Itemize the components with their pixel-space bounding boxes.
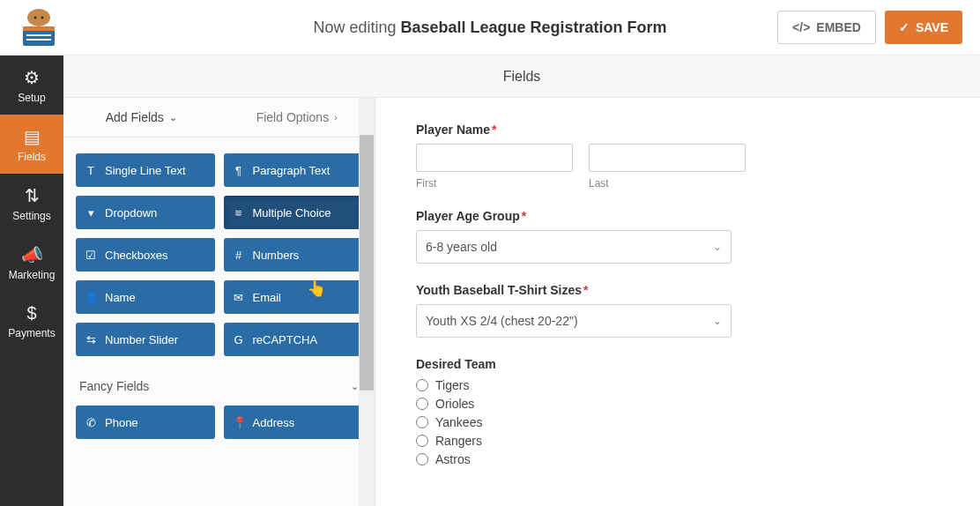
field-paragraph-text[interactable]: ¶Paragraph Text: [224, 153, 363, 187]
sidebar-item-setup[interactable]: ⚙ Setup: [0, 56, 63, 115]
field-label: Numbers: [253, 249, 300, 262]
code-icon: </>: [792, 20, 810, 34]
field-label: Player Name: [416, 123, 490, 137]
field-label: Name: [105, 291, 136, 304]
field-address[interactable]: 📍Address: [224, 406, 363, 439]
required-mark: *: [492, 123, 496, 137]
radio-label: Yankees: [435, 415, 482, 429]
field-phone[interactable]: ✆Phone: [76, 406, 215, 439]
tab-label: Field Options: [256, 110, 329, 124]
sliders-icon: ⇅: [25, 185, 40, 206]
save-button[interactable]: SAVE: [885, 11, 962, 44]
radio-option[interactable]: Tigers: [416, 378, 980, 392]
page-title: Now editing Baseball League Registration…: [313, 19, 666, 37]
recaptcha-icon: G: [233, 333, 245, 346]
section-header: Fields: [63, 56, 980, 98]
sidebar-item-label: Payments: [8, 327, 55, 339]
sublabel-first: First: [416, 177, 573, 190]
field-numbers[interactable]: #Numbers: [224, 238, 363, 272]
sidebar-item-label: Fields: [18, 151, 46, 163]
svg-point-3: [34, 17, 37, 19]
radio-label: Tigers: [435, 378, 469, 392]
group-fancy-fields[interactable]: Fancy Fields ⌄: [63, 365, 375, 402]
tab-field-options[interactable]: Field Options ›: [219, 98, 375, 137]
field-label: Number Slider: [105, 333, 178, 346]
gear-icon: ⚙: [24, 67, 40, 88]
form-field-age-group[interactable]: Player Age Group* 6-8 years old ⌄: [416, 209, 980, 264]
hash-icon: #: [233, 249, 245, 262]
tab-add-fields[interactable]: Add Fields ⌄: [63, 98, 219, 137]
embed-button[interactable]: </> EMBED: [777, 11, 876, 44]
radio-option[interactable]: Rangers: [416, 434, 980, 448]
chevron-down-icon: ⌄: [713, 241, 722, 253]
required-mark: *: [583, 283, 588, 297]
radio-input[interactable]: [416, 398, 428, 410]
field-number-slider[interactable]: ⇆Number Slider: [76, 323, 215, 356]
user-icon: 👤: [85, 291, 97, 304]
svg-point-4: [41, 17, 44, 19]
envelope-icon: ✉: [233, 291, 245, 304]
select-value: 6-8 years old: [426, 240, 497, 254]
save-label: SAVE: [916, 20, 948, 34]
form-field-player-name[interactable]: Player Name* First Last: [416, 123, 980, 190]
form-icon: ▤: [24, 126, 41, 147]
app-logo: [12, 5, 65, 49]
field-checkboxes[interactable]: ☑Checkboxes: [76, 238, 215, 272]
chevron-down-icon: ⌄: [351, 381, 359, 392]
chevron-right-icon: ›: [334, 112, 338, 123]
field-email[interactable]: ✉Email: [224, 280, 363, 314]
sidebar-item-payments[interactable]: $ Payments: [0, 292, 63, 351]
field-label: Email: [253, 291, 282, 304]
text-icon: T: [85, 164, 97, 177]
age-group-select[interactable]: 6-8 years old ⌄: [416, 230, 731, 264]
radio-input[interactable]: [416, 416, 428, 428]
radio-input[interactable]: [416, 453, 428, 465]
fields-panel: Add Fields ⌄ Field Options › TSingle Lin…: [63, 98, 375, 506]
radio-input[interactable]: [416, 379, 428, 391]
svg-rect-8: [26, 39, 51, 41]
sidebar-item-fields[interactable]: ▤ Fields: [0, 115, 63, 174]
tab-label: Add Fields: [106, 110, 164, 124]
field-single-line-text[interactable]: TSingle Line Text: [76, 153, 215, 187]
svg-point-2: [41, 11, 47, 17]
field-label: Single Line Text: [105, 164, 186, 177]
select-value: Youth XS 2/4 (chest 20-22"): [426, 314, 578, 328]
field-label: Paragraph Text: [253, 164, 330, 177]
form-field-shirt-size[interactable]: Youth Baseball T-Shirt Sizes* Youth XS 2…: [416, 283, 980, 338]
scrollbar-thumb[interactable]: [360, 135, 374, 391]
dropdown-icon: ▾: [85, 206, 97, 220]
last-name-input[interactable]: [589, 144, 746, 172]
shirt-size-select[interactable]: Youth XS 2/4 (chest 20-22") ⌄: [416, 304, 731, 338]
sidebar-item-marketing[interactable]: 📣 Marketing: [0, 233, 63, 292]
svg-rect-6: [23, 26, 55, 31]
field-dropdown[interactable]: ▾Dropdown: [76, 196, 215, 229]
slider-icon: ⇆: [85, 333, 97, 346]
radio-input[interactable]: [416, 435, 428, 447]
form-field-desired-team[interactable]: Desired Team Tigers Orioles Yankees Rang…: [416, 357, 980, 466]
form-preview: Player Name* First Last: [375, 98, 980, 506]
svg-point-1: [31, 11, 36, 17]
svg-point-0: [27, 9, 50, 26]
radio-option[interactable]: Yankees: [416, 415, 980, 429]
radio-option[interactable]: Astros: [416, 452, 980, 466]
sidebar: ⚙ Setup ▤ Fields ⇅ Settings 📣 Marketing …: [0, 56, 63, 506]
sublabel-last: Last: [589, 177, 746, 190]
sidebar-item-settings[interactable]: ⇅ Settings: [0, 174, 63, 233]
field-recaptcha[interactable]: GreCAPTCHA: [224, 323, 363, 356]
scrollbar-track[interactable]: [359, 98, 375, 506]
field-multiple-choice[interactable]: ≡Multiple Choice: [224, 196, 363, 229]
field-label: Dropdown: [105, 206, 157, 220]
group-label: Fancy Fields: [79, 379, 149, 393]
dollar-icon: $: [26, 303, 36, 324]
field-label: Address: [253, 416, 295, 429]
title-form-name: Baseball League Registration Form: [401, 19, 667, 36]
sidebar-item-label: Settings: [12, 210, 50, 222]
radio-option[interactable]: Orioles: [416, 397, 980, 411]
svg-rect-7: [26, 34, 51, 36]
first-name-input[interactable]: [416, 144, 573, 172]
embed-label: EMBED: [816, 20, 861, 34]
field-name[interactable]: 👤Name: [76, 280, 215, 314]
field-label: Checkboxes: [105, 249, 168, 262]
field-label: Youth Baseball T-Shirt Sizes: [416, 283, 582, 297]
list-icon: ≡: [233, 206, 245, 220]
